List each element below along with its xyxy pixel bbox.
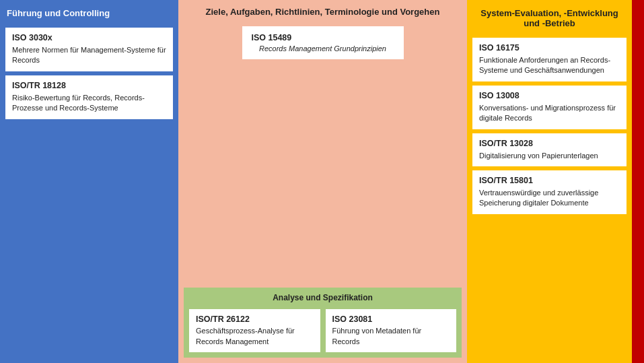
iso-15489-box: ISO 15489 Records Management Grundprinzi… (242, 26, 404, 59)
iso-tr18128-body: Risiko-Bewertung für Records, Records-Pr… (12, 93, 166, 114)
left-column: Führung und Controlling ISO 3030x Mehrer… (0, 0, 178, 363)
iso-23081-box: ISO 23081 Führung von Metadaten für Reco… (326, 309, 457, 352)
middle-top: ISO 15489 Records Management Grundprinzi… (184, 26, 462, 284)
iso-tr26122-body: Geschäftsprozess-Analyse für Records Man… (196, 326, 314, 347)
bottom-section: Analyse und Spezifikation ISO/TR 26122 G… (184, 288, 462, 358)
iso-tr15801-body: Vertrauenswürdige und zuverlässige Speic… (479, 188, 620, 209)
right-column: System-Evaluation, -Entwicklung und -Bet… (467, 0, 632, 363)
iso-tr18128-box: ISO/TR 18128 Risiko-Bewertung für Record… (5, 75, 173, 119)
iso-15489-title: ISO 15489 (252, 33, 394, 42)
iso-23081-title: ISO 23081 (332, 315, 450, 324)
iso-tr13028-title: ISO/TR 13028 (479, 139, 620, 148)
iso-15489-subtitle: Records Management Grundprinzipien (252, 44, 394, 53)
iso-tr26122-box: ISO/TR 26122 Geschäftsprozess-Analyse fü… (189, 309, 320, 352)
iso-13008-title: ISO 13008 (479, 91, 620, 100)
iso-tr13028-body: Digitalisierung von Papierunterlagen (479, 151, 620, 161)
main-container: Führung und Controlling ISO 3030x Mehrer… (0, 0, 644, 363)
iso-13008-box: ISO 13008 Konversations- und Migrationsp… (472, 86, 627, 129)
bottom-boxes: ISO/TR 26122 Geschäftsprozess-Analyse fü… (189, 309, 456, 352)
iso-3030x-box: ISO 3030x Mehrere Normen für Management-… (5, 28, 173, 71)
iso-3030x-body: Mehrere Normen für Management-Systeme fü… (12, 45, 166, 66)
middle-header: Ziele, Aufgaben, Richtlinien, Terminolog… (184, 5, 462, 22)
iso-16175-title: ISO 16175 (479, 43, 620, 53)
analyse-label: Analyse und Spezifikation (189, 293, 456, 305)
middle-column: Ziele, Aufgaben, Richtlinien, Terminolog… (178, 0, 467, 363)
iso-tr18128-title: ISO/TR 18128 (12, 81, 166, 90)
iso-13008-body: Konversations- und Migrationsprozess für… (479, 103, 620, 124)
iso-tr13028-box: ISO/TR 13028 Digitalisierung von Papieru… (472, 133, 627, 166)
red-strip (632, 0, 644, 363)
left-header: Führung und Controlling (5, 5, 173, 24)
iso-tr15801-box: ISO/TR 15801 Vertrauenswürdige und zuver… (472, 170, 627, 214)
iso-23081-body: Führung von Metadaten für Records (332, 326, 450, 347)
iso-16175-box: ISO 16175 Funktionale Anforderungen an R… (472, 38, 627, 81)
iso-16175-body: Funktionale Anforderungen an Records-Sys… (479, 55, 620, 76)
iso-tr26122-title: ISO/TR 26122 (196, 315, 314, 324)
iso-tr15801-title: ISO/TR 15801 (479, 176, 620, 185)
iso-3030x-title: ISO 3030x (12, 33, 166, 42)
right-header: System-Evaluation, -Entwicklung und -Bet… (472, 5, 627, 34)
